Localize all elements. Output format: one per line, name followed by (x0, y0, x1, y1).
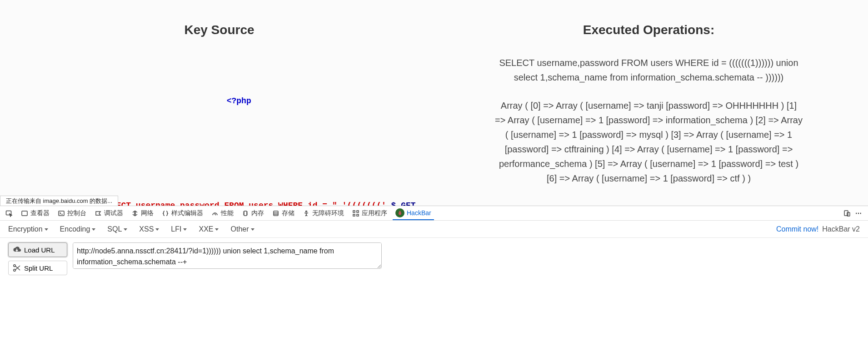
split-url-button-label: Split URL (24, 264, 53, 272)
console-icon (58, 210, 65, 217)
key-source-panel: Key Source <?php $sql = "SELECT username… (5, 23, 434, 182)
network-icon (131, 210, 139, 217)
svg-rect-6 (353, 211, 355, 212)
executed-result-text: Array ( [0] => Array ( [username] => tan… (494, 98, 803, 186)
tab-network-label: 网络 (141, 209, 154, 217)
hackbar-bug-icon (395, 208, 404, 217)
caret-down-icon (215, 228, 219, 231)
svg-rect-12 (844, 211, 848, 216)
svg-rect-8 (353, 214, 355, 216)
devtools-panel: 查看器 控制台 调试器 网络 样式编辑器 (0, 206, 868, 343)
debugger-icon (95, 210, 102, 217)
hackbar-url-input[interactable] (73, 242, 382, 269)
hackbar-menu-other-label: Other (230, 225, 249, 233)
tab-debugger[interactable]: 调试器 (92, 206, 126, 220)
hackbar-commit-link[interactable]: Commit now! (776, 225, 818, 233)
tab-inspector-label: 查看器 (30, 209, 50, 217)
svg-rect-3 (244, 211, 247, 216)
hackbar-version-label: HackBar v2 (822, 225, 860, 233)
tab-accessibility-label: 无障碍环境 (312, 209, 344, 217)
tab-memory[interactable]: 内存 (239, 206, 267, 220)
tab-application-label: 应用程序 (362, 209, 387, 217)
devtools-pick-element-button[interactable] (3, 206, 15, 220)
caret-down-icon (92, 228, 95, 231)
caret-down-icon (251, 228, 254, 231)
tab-hackbar-label: HackBar (407, 209, 431, 217)
hackbar-menu-sql-label: SQL (107, 225, 122, 233)
tab-storage-label: 存储 (282, 209, 294, 217)
status-bar-message: 正在传输来自 image.baidu.com 的数据... (0, 196, 118, 206)
scissors-icon (12, 263, 21, 272)
load-url-button-label: Load URL (24, 246, 55, 254)
caret-down-icon (155, 228, 159, 231)
executed-operations-panel: Executed Operations: SELECT username,pas… (434, 23, 863, 182)
executed-query-text: SELECT username,password FROM users WHER… (494, 55, 803, 85)
performance-icon (211, 210, 219, 217)
tab-hackbar[interactable]: HackBar (393, 206, 434, 220)
tab-debugger-label: 调试器 (104, 209, 123, 217)
caret-down-icon (45, 228, 48, 231)
accessibility-icon (303, 210, 310, 217)
tab-accessibility[interactable]: 无障碍环境 (300, 206, 347, 220)
executed-operations-title: Executed Operations: (439, 23, 859, 37)
inspector-icon (21, 210, 28, 217)
hackbar-menu-encryption-label: Encryption (8, 225, 43, 233)
svg-rect-4 (274, 211, 278, 216)
svg-rect-7 (357, 211, 359, 212)
php-open-tag: <?php (227, 96, 251, 106)
tab-console-label: 控制台 (67, 209, 86, 217)
tab-style-label: 样式编辑器 (171, 209, 203, 217)
key-source-title: Key Source (9, 23, 429, 37)
hackbar-menu-lfi-label: LFI (171, 225, 181, 233)
svg-point-11 (399, 211, 401, 212)
application-icon (352, 210, 359, 217)
svg-rect-1 (22, 211, 27, 216)
tab-inspector[interactable]: 查看器 (18, 206, 52, 220)
caret-down-icon (124, 228, 127, 231)
tab-storage[interactable]: 存储 (269, 206, 297, 220)
tab-application[interactable]: 应用程序 (349, 206, 390, 220)
cloud-download-icon (12, 245, 21, 254)
hackbar-menu-encryption[interactable]: Encryption (8, 225, 48, 233)
svg-rect-2 (59, 211, 64, 216)
hackbar-menu-sql[interactable]: SQL (107, 225, 127, 233)
load-url-button[interactable]: Load URL (8, 242, 67, 257)
hackbar-menu-xss-label: XSS (139, 225, 154, 233)
hackbar-menu-lfi[interactable]: LFI (171, 225, 187, 233)
responsive-mode-icon[interactable] (843, 210, 851, 217)
devtools-tabstrip: 查看器 控制台 调试器 网络 样式编辑器 (0, 206, 868, 221)
hackbar-menu-encoding[interactable]: Encoding (60, 225, 96, 233)
tab-performance-label: 性能 (221, 209, 234, 217)
memory-icon (242, 210, 249, 217)
hackbar-main: Load URL Split URL (0, 238, 868, 343)
hackbar-menu-xxe-label: XXE (199, 225, 213, 233)
style-editor-icon (162, 210, 169, 217)
hackbar-menu-other[interactable]: Other (230, 225, 254, 233)
tab-memory-label: 内存 (251, 209, 264, 217)
hackbar-menu-encoding-label: Encoding (60, 225, 90, 233)
tab-style-editor[interactable]: 样式编辑器 (159, 206, 206, 220)
split-url-button[interactable]: Split URL (8, 261, 67, 275)
hackbar-toolbar: Encryption Encoding SQL XSS LFI XXE Othe… (0, 221, 868, 238)
main-content: Key Source <?php $sql = "SELECT username… (0, 0, 868, 196)
tab-network[interactable]: 网络 (129, 206, 156, 220)
hackbar-menu-xxe[interactable]: XXE (199, 225, 219, 233)
svg-rect-9 (357, 214, 359, 216)
svg-point-5 (306, 211, 307, 212)
hackbar-menu-xss[interactable]: XSS (139, 225, 159, 233)
hackbar-sidebar: Load URL Split URL (8, 242, 67, 338)
pick-element-icon (5, 210, 13, 217)
more-options-icon[interactable]: ⋯ (855, 210, 863, 217)
tab-console[interactable]: 控制台 (55, 206, 89, 220)
caret-down-icon (183, 228, 187, 231)
storage-icon (272, 210, 279, 217)
tab-performance[interactable]: 性能 (209, 206, 236, 220)
